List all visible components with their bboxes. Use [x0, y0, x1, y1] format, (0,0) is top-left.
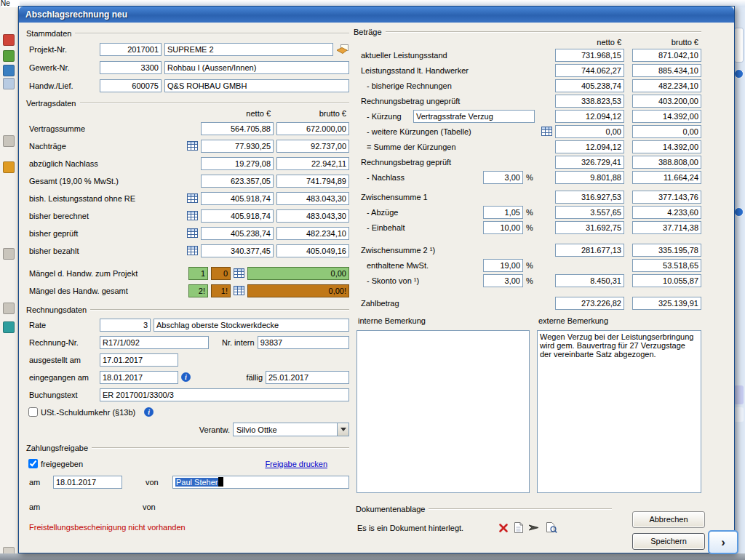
kuerzung-netto-field[interactable]: 12.094,12 [555, 110, 624, 123]
weitere-brutto-field[interactable]: 0,00 [632, 125, 701, 138]
projekt-nr-field[interactable]: 2017001 [100, 43, 162, 56]
send-document-icon[interactable] [528, 523, 541, 532]
verantw-dropdown[interactable]: Silvio Ottke [233, 423, 349, 436]
info-icon[interactable]: i [181, 372, 191, 382]
freigabe-am-field[interactable]: 18.01.2017 [53, 476, 122, 489]
eingegangen-am-field[interactable]: 18.01.2017 [100, 371, 178, 384]
zwischensumme1-netto-field[interactable]: 316.927,53 [555, 191, 624, 204]
bisher-berechnet-brutto-field[interactable]: 483.043,30 [276, 209, 349, 223]
bisherige-netto-field[interactable]: 405.238,74 [555, 79, 624, 92]
rechnung-nr-field[interactable]: R17/1/092 [100, 336, 209, 349]
zahlbetrag-netto-field[interactable]: 273.226,82 [555, 297, 624, 310]
lt-handwerker-netto-field[interactable]: 744.062,27 [555, 64, 624, 77]
skonto-prozent-field[interactable]: 3,00 [483, 274, 523, 287]
kuerzung-brutto-field[interactable]: 14.392,00 [632, 110, 701, 123]
zahlbetrag-brutto-field[interactable]: 325.139,91 [632, 297, 701, 310]
nr-intern-field[interactable]: 93837 [258, 336, 349, 349]
delete-document-icon[interactable] [498, 523, 509, 533]
gesamt-brutto-field[interactable]: 741.794,89 [276, 175, 349, 188]
skonto-netto-field[interactable]: 8.450,31 [555, 274, 624, 287]
leistungsstand-netto-field[interactable]: 405.918,74 [201, 192, 274, 205]
buchungstext-field[interactable]: ER 2017001/3300/3 [100, 388, 349, 401]
vertragssumme-netto-field[interactable]: 564.705,88 [201, 122, 274, 135]
nachtraege-netto-field[interactable]: 77.930,25 [201, 140, 274, 153]
einbehalt-prozent-field[interactable]: 10,00 [483, 221, 523, 234]
summe-kuerzungen-netto-field[interactable]: 12.094,12 [555, 140, 624, 153]
background-nav-button[interactable]: › [708, 530, 738, 554]
ausgestellt-am-field[interactable]: 17.01.2017 [100, 353, 178, 367]
weitere-netto-field[interactable]: 0,00 [555, 125, 624, 138]
gewerk-nr-field[interactable]: 3300 [100, 61, 162, 74]
chevron-down-icon[interactable] [337, 423, 348, 436]
maengel-gesamt-offen-field[interactable]: 2! [188, 284, 208, 297]
faellig-am-field[interactable]: 25.01.2017 [266, 371, 349, 384]
table-icon[interactable] [187, 193, 198, 203]
maengel-gesamt-ueberfaellig-field[interactable]: 1! [211, 284, 231, 297]
aktueller-netto-field[interactable]: 731.968,15 [555, 49, 624, 62]
gesamt-netto-field[interactable]: 623.357,05 [201, 175, 274, 188]
document-icon[interactable] [514, 522, 523, 533]
bisher-bezahlt-brutto-field[interactable]: 405.049,16 [276, 244, 349, 257]
freigabe-von-field[interactable]: Paul Steher [172, 476, 349, 489]
bisherige-brutto-field[interactable]: 482.234,10 [632, 79, 701, 92]
zwischensumme2-netto-field[interactable]: 281.677,13 [555, 244, 624, 257]
abzuege-prozent-field[interactable]: 1,05 [483, 206, 523, 219]
rate-text-field[interactable]: Abschlag oberste Stockwerkdecke [154, 319, 349, 332]
nachlass-prozent-field[interactable]: 3,00 [483, 171, 523, 184]
interne-bemerkung-textarea[interactable] [356, 330, 530, 493]
preview-document-icon[interactable] [546, 522, 557, 533]
leistungsstand-brutto-field[interactable]: 483.043,30 [276, 192, 349, 205]
mwst-brutto-field[interactable]: 53.518,65 [632, 259, 701, 272]
aktueller-brutto-field[interactable]: 871.042,10 [632, 49, 701, 62]
summe-kuerzungen-brutto-field[interactable]: 14.392,00 [632, 140, 701, 153]
maengel-projekt-offen-field[interactable]: 1 [188, 267, 208, 280]
geprueft-netto-field[interactable]: 326.729,41 [555, 156, 624, 169]
bisher-geprueft-netto-field[interactable]: 405.238,74 [201, 227, 274, 240]
table-icon[interactable] [234, 286, 244, 295]
geprueft-brutto-field[interactable]: 388.808,00 [632, 156, 701, 169]
maengel-projekt-ueberfaellig-field[interactable]: 0 [211, 267, 231, 280]
nachlass-brutto-field[interactable]: 11.664,24 [632, 171, 701, 184]
skonto-brutto-field[interactable]: 10.055,87 [632, 274, 701, 287]
einbehalt-brutto-field[interactable]: 37.714,38 [632, 221, 701, 234]
lookup-icon[interactable] [336, 44, 349, 55]
abzgl-nachlass-brutto-field[interactable]: 22.942,11 [276, 157, 349, 170]
info-icon[interactable]: i [144, 407, 154, 417]
dialog-titlebar[interactable]: Abschlagsrechnung neu [19, 7, 734, 23]
maengel-projekt-betrag-field[interactable]: 0,00 [247, 267, 349, 280]
handwerker-name-field[interactable]: Q&S ROHBAU GMBH [164, 79, 349, 92]
nachtraege-brutto-field[interactable]: 92.737,00 [276, 140, 349, 153]
abzuege-brutto-field[interactable]: 4.233,60 [632, 206, 701, 219]
table-icon[interactable] [541, 127, 552, 136]
handwerker-nr-field[interactable]: 600075 [100, 79, 162, 92]
ungeprueft-brutto-field[interactable]: 403.200,00 [632, 95, 701, 108]
nachlass-netto-field[interactable]: 9.801,88 [555, 171, 624, 184]
ungeprueft-netto-field[interactable]: 338.823,53 [555, 95, 624, 108]
zwischensumme2-brutto-field[interactable]: 335.195,78 [632, 244, 701, 257]
abzgl-nachlass-netto-field[interactable]: 19.279,08 [201, 157, 274, 170]
freigabe-drucken-link[interactable]: Freigabe drucken [265, 460, 327, 468]
table-icon[interactable] [187, 211, 198, 220]
lt-handwerker-brutto-field[interactable]: 885.434,10 [632, 64, 701, 77]
vertragssumme-brutto-field[interactable]: 672.000,00 [276, 122, 349, 135]
bisher-bezahlt-netto-field[interactable]: 340.377,45 [201, 244, 274, 257]
table-icon[interactable] [187, 228, 198, 238]
einbehalt-netto-field[interactable]: 31.692,75 [555, 221, 624, 234]
zwischensumme1-brutto-field[interactable]: 377.143,76 [632, 191, 701, 204]
bisher-berechnet-netto-field[interactable]: 405.918,74 [201, 209, 274, 223]
speichern-button[interactable]: Speichern [632, 533, 705, 550]
rate-field[interactable]: 3 [100, 319, 151, 332]
abbrechen-button[interactable]: Abbrechen [632, 511, 705, 528]
table-icon[interactable] [234, 268, 244, 278]
maengel-gesamt-betrag-field[interactable]: 0,00! [247, 284, 349, 297]
kuerzung-text-field[interactable]: Vertragsstrafe Verzug [413, 110, 535, 123]
gewerk-name-field[interactable]: Rohbau I (Aussen/Innen) [164, 61, 349, 74]
externe-bemerkung-textarea[interactable]: Wegen Verzug bei der Leistungserbringung… [537, 330, 701, 493]
freigegeben-checkbox[interactable] [28, 459, 38, 468]
table-icon[interactable] [187, 141, 198, 151]
ust-schuldumkehr-checkbox[interactable] [28, 407, 38, 417]
bisher-geprueft-brutto-field[interactable]: 482.234,10 [276, 227, 349, 240]
mwst-prozent-field[interactable]: 19,00 [483, 259, 523, 272]
table-icon[interactable] [187, 246, 198, 255]
projekt-name-field[interactable]: SUPREME 2 [164, 43, 333, 56]
